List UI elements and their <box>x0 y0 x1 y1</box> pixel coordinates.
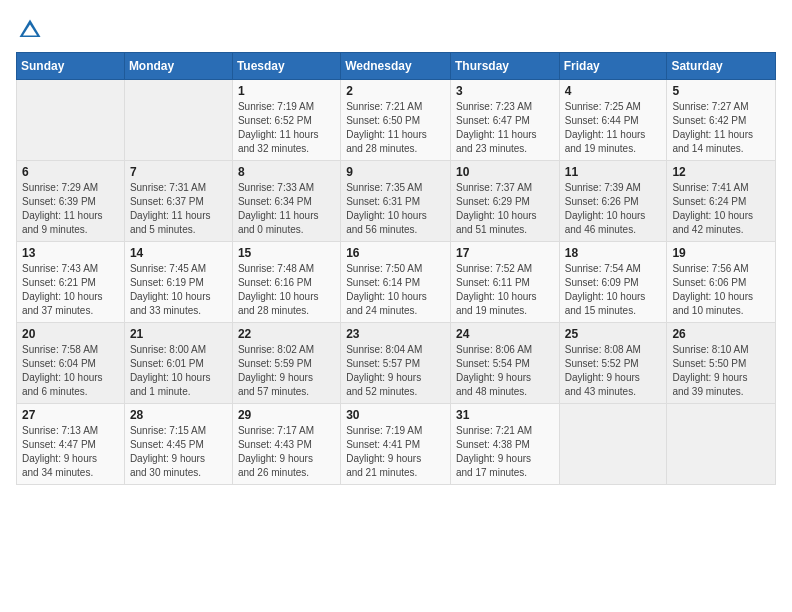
day-number: 15 <box>238 246 335 260</box>
calendar-cell: 24Sunrise: 8:06 AM Sunset: 5:54 PM Dayli… <box>450 323 559 404</box>
day-number: 28 <box>130 408 227 422</box>
day-number: 25 <box>565 327 662 341</box>
day-info: Sunrise: 7:48 AM Sunset: 6:16 PM Dayligh… <box>238 262 335 318</box>
day-number: 5 <box>672 84 770 98</box>
day-info: Sunrise: 8:08 AM Sunset: 5:52 PM Dayligh… <box>565 343 662 399</box>
day-number: 3 <box>456 84 554 98</box>
day-number: 24 <box>456 327 554 341</box>
calendar-cell: 17Sunrise: 7:52 AM Sunset: 6:11 PM Dayli… <box>450 242 559 323</box>
day-number: 1 <box>238 84 335 98</box>
calendar-cell: 2Sunrise: 7:21 AM Sunset: 6:50 PM Daylig… <box>341 80 451 161</box>
day-info: Sunrise: 7:52 AM Sunset: 6:11 PM Dayligh… <box>456 262 554 318</box>
calendar-header-row: SundayMondayTuesdayWednesdayThursdayFrid… <box>17 53 776 80</box>
day-info: Sunrise: 7:54 AM Sunset: 6:09 PM Dayligh… <box>565 262 662 318</box>
day-info: Sunrise: 7:19 AM Sunset: 6:52 PM Dayligh… <box>238 100 335 156</box>
calendar-cell: 7Sunrise: 7:31 AM Sunset: 6:37 PM Daylig… <box>124 161 232 242</box>
day-number: 8 <box>238 165 335 179</box>
calendar-cell: 11Sunrise: 7:39 AM Sunset: 6:26 PM Dayli… <box>559 161 667 242</box>
day-info: Sunrise: 7:21 AM Sunset: 4:38 PM Dayligh… <box>456 424 554 480</box>
week-row-5: 27Sunrise: 7:13 AM Sunset: 4:47 PM Dayli… <box>17 404 776 485</box>
day-info: Sunrise: 7:25 AM Sunset: 6:44 PM Dayligh… <box>565 100 662 156</box>
calendar-cell: 15Sunrise: 7:48 AM Sunset: 6:16 PM Dayli… <box>232 242 340 323</box>
week-row-1: 1Sunrise: 7:19 AM Sunset: 6:52 PM Daylig… <box>17 80 776 161</box>
day-number: 26 <box>672 327 770 341</box>
day-info: Sunrise: 7:56 AM Sunset: 6:06 PM Dayligh… <box>672 262 770 318</box>
calendar-cell <box>17 80 125 161</box>
day-number: 19 <box>672 246 770 260</box>
day-info: Sunrise: 7:15 AM Sunset: 4:45 PM Dayligh… <box>130 424 227 480</box>
day-number: 2 <box>346 84 445 98</box>
day-info: Sunrise: 7:43 AM Sunset: 6:21 PM Dayligh… <box>22 262 119 318</box>
calendar-cell: 13Sunrise: 7:43 AM Sunset: 6:21 PM Dayli… <box>17 242 125 323</box>
day-number: 14 <box>130 246 227 260</box>
calendar-cell: 1Sunrise: 7:19 AM Sunset: 6:52 PM Daylig… <box>232 80 340 161</box>
calendar-cell: 6Sunrise: 7:29 AM Sunset: 6:39 PM Daylig… <box>17 161 125 242</box>
day-info: Sunrise: 8:10 AM Sunset: 5:50 PM Dayligh… <box>672 343 770 399</box>
calendar-cell: 28Sunrise: 7:15 AM Sunset: 4:45 PM Dayli… <box>124 404 232 485</box>
calendar-cell: 16Sunrise: 7:50 AM Sunset: 6:14 PM Dayli… <box>341 242 451 323</box>
day-number: 21 <box>130 327 227 341</box>
day-number: 20 <box>22 327 119 341</box>
calendar-cell: 27Sunrise: 7:13 AM Sunset: 4:47 PM Dayli… <box>17 404 125 485</box>
day-info: Sunrise: 8:02 AM Sunset: 5:59 PM Dayligh… <box>238 343 335 399</box>
day-number: 6 <box>22 165 119 179</box>
logo <box>16 16 48 44</box>
calendar-cell: 3Sunrise: 7:23 AM Sunset: 6:47 PM Daylig… <box>450 80 559 161</box>
calendar-cell: 14Sunrise: 7:45 AM Sunset: 6:19 PM Dayli… <box>124 242 232 323</box>
calendar-cell: 5Sunrise: 7:27 AM Sunset: 6:42 PM Daylig… <box>667 80 776 161</box>
day-number: 12 <box>672 165 770 179</box>
calendar-cell <box>559 404 667 485</box>
day-info: Sunrise: 7:50 AM Sunset: 6:14 PM Dayligh… <box>346 262 445 318</box>
day-info: Sunrise: 7:45 AM Sunset: 6:19 PM Dayligh… <box>130 262 227 318</box>
day-info: Sunrise: 7:23 AM Sunset: 6:47 PM Dayligh… <box>456 100 554 156</box>
day-number: 10 <box>456 165 554 179</box>
calendar-cell: 31Sunrise: 7:21 AM Sunset: 4:38 PM Dayli… <box>450 404 559 485</box>
week-row-4: 20Sunrise: 7:58 AM Sunset: 6:04 PM Dayli… <box>17 323 776 404</box>
calendar-cell: 4Sunrise: 7:25 AM Sunset: 6:44 PM Daylig… <box>559 80 667 161</box>
calendar-cell: 10Sunrise: 7:37 AM Sunset: 6:29 PM Dayli… <box>450 161 559 242</box>
day-number: 7 <box>130 165 227 179</box>
day-info: Sunrise: 7:29 AM Sunset: 6:39 PM Dayligh… <box>22 181 119 237</box>
calendar-cell: 8Sunrise: 7:33 AM Sunset: 6:34 PM Daylig… <box>232 161 340 242</box>
day-info: Sunrise: 7:13 AM Sunset: 4:47 PM Dayligh… <box>22 424 119 480</box>
column-header-wednesday: Wednesday <box>341 53 451 80</box>
calendar-cell: 19Sunrise: 7:56 AM Sunset: 6:06 PM Dayli… <box>667 242 776 323</box>
day-number: 17 <box>456 246 554 260</box>
page-header <box>16 16 776 44</box>
day-number: 16 <box>346 246 445 260</box>
column-header-saturday: Saturday <box>667 53 776 80</box>
day-info: Sunrise: 7:35 AM Sunset: 6:31 PM Dayligh… <box>346 181 445 237</box>
calendar-cell: 21Sunrise: 8:00 AM Sunset: 6:01 PM Dayli… <box>124 323 232 404</box>
day-number: 29 <box>238 408 335 422</box>
day-info: Sunrise: 7:19 AM Sunset: 4:41 PM Dayligh… <box>346 424 445 480</box>
calendar-cell: 26Sunrise: 8:10 AM Sunset: 5:50 PM Dayli… <box>667 323 776 404</box>
day-info: Sunrise: 7:58 AM Sunset: 6:04 PM Dayligh… <box>22 343 119 399</box>
day-number: 30 <box>346 408 445 422</box>
column-header-sunday: Sunday <box>17 53 125 80</box>
day-number: 31 <box>456 408 554 422</box>
calendar-cell: 29Sunrise: 7:17 AM Sunset: 4:43 PM Dayli… <box>232 404 340 485</box>
calendar-cell <box>667 404 776 485</box>
calendar-cell <box>124 80 232 161</box>
day-info: Sunrise: 8:04 AM Sunset: 5:57 PM Dayligh… <box>346 343 445 399</box>
column-header-monday: Monday <box>124 53 232 80</box>
calendar-cell: 12Sunrise: 7:41 AM Sunset: 6:24 PM Dayli… <box>667 161 776 242</box>
day-number: 9 <box>346 165 445 179</box>
week-row-2: 6Sunrise: 7:29 AM Sunset: 6:39 PM Daylig… <box>17 161 776 242</box>
column-header-friday: Friday <box>559 53 667 80</box>
day-number: 11 <box>565 165 662 179</box>
day-number: 18 <box>565 246 662 260</box>
calendar-cell: 25Sunrise: 8:08 AM Sunset: 5:52 PM Dayli… <box>559 323 667 404</box>
calendar-cell: 18Sunrise: 7:54 AM Sunset: 6:09 PM Dayli… <box>559 242 667 323</box>
day-number: 4 <box>565 84 662 98</box>
calendar-table: SundayMondayTuesdayWednesdayThursdayFrid… <box>16 52 776 485</box>
day-number: 27 <box>22 408 119 422</box>
day-info: Sunrise: 7:41 AM Sunset: 6:24 PM Dayligh… <box>672 181 770 237</box>
calendar-cell: 30Sunrise: 7:19 AM Sunset: 4:41 PM Dayli… <box>341 404 451 485</box>
column-header-tuesday: Tuesday <box>232 53 340 80</box>
calendar-cell: 22Sunrise: 8:02 AM Sunset: 5:59 PM Dayli… <box>232 323 340 404</box>
day-info: Sunrise: 7:27 AM Sunset: 6:42 PM Dayligh… <box>672 100 770 156</box>
day-info: Sunrise: 7:39 AM Sunset: 6:26 PM Dayligh… <box>565 181 662 237</box>
week-row-3: 13Sunrise: 7:43 AM Sunset: 6:21 PM Dayli… <box>17 242 776 323</box>
day-info: Sunrise: 8:06 AM Sunset: 5:54 PM Dayligh… <box>456 343 554 399</box>
